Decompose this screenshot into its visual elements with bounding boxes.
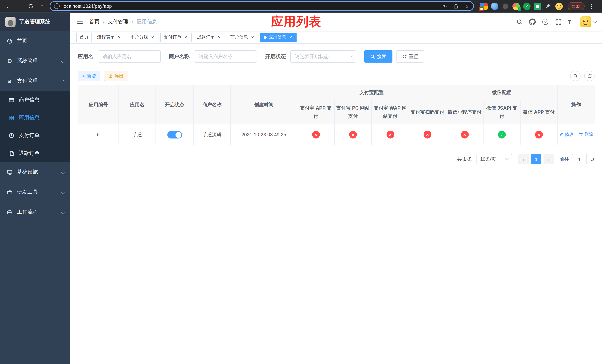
col-header-alipay-qr: 支付宝扫码支付 — [409, 100, 446, 124]
search-button[interactable]: 搜索 — [364, 50, 392, 63]
toggle-search-button[interactable] — [570, 71, 580, 81]
bookmark-star-icon[interactable]: ☆ — [463, 2, 471, 10]
extension-icon-green-square[interactable] — [534, 2, 541, 10]
merchant-name-label: 商户名称 — [169, 53, 190, 60]
edit-button[interactable]: 修改 — [559, 131, 573, 138]
table-row: 6 芋道 芋道源码 2021-10-23 08:49:25 × × × × × — [78, 124, 595, 145]
add-button[interactable]: + 新增 — [78, 71, 100, 81]
tab-close-icon[interactable]: × — [150, 35, 155, 40]
status-toggle[interactable] — [167, 131, 182, 138]
refresh-icon — [402, 54, 407, 59]
prev-page-button[interactable]: ‹ — [518, 154, 529, 164]
app-logo[interactable]: 芋道管理系统 — [0, 13, 70, 31]
col-group-alipay: 支付宝配置 — [297, 85, 446, 100]
breadcrumb-home[interactable]: 首页 — [89, 19, 100, 25]
tab-close-icon[interactable]: × — [216, 35, 222, 40]
extension-badge: 1 — [518, 7, 521, 11]
tab-2[interactable]: 流程表单× — [94, 32, 125, 42]
cell-alipay-qr-config: × — [409, 124, 446, 145]
toolbox-icon — [6, 189, 13, 195]
browser-refresh-button[interactable] — [26, 1, 36, 11]
merchant-name-input[interactable] — [194, 50, 257, 63]
cell-alipay-pc-config: × — [334, 124, 372, 145]
size-small-glyph: T — [571, 21, 573, 25]
tab-7[interactable]: 应用信息× — [260, 32, 297, 42]
extension-icon-dark[interactable] — [502, 2, 509, 10]
extension-pin-icon[interactable] — [545, 2, 552, 10]
sidebar-item-pay-order[interactable]: 支付订单 — [0, 127, 70, 144]
extension-icon-blue[interactable] — [491, 2, 498, 10]
sidebar-item-infrastructure[interactable]: 基础设施 — [0, 162, 70, 182]
col-header-status: 开启状态 — [156, 85, 194, 124]
sidebar-item-merchant-info[interactable]: 商户信息 — [0, 91, 70, 109]
browser-menu-icon[interactable] — [588, 2, 595, 10]
password-key-icon[interactable] — [441, 2, 449, 10]
sidebar-toggle-icon[interactable] — [76, 18, 84, 26]
export-button[interactable]: 导出 — [104, 71, 128, 81]
browser-home-button[interactable]: ⌂ — [37, 1, 47, 11]
address-bar[interactable]: i localhost:1024/pay/app ☆ — [50, 1, 474, 11]
monitor-icon — [6, 169, 13, 175]
extension-icon-avatar[interactable]: 1 — [512, 2, 520, 10]
browser-back-button[interactable]: ← — [4, 1, 14, 11]
github-icon[interactable] — [529, 18, 536, 26]
next-page-button[interactable]: › — [544, 154, 554, 164]
page-number-1[interactable]: 1 — [531, 154, 541, 164]
tab-label: 首页 — [80, 34, 88, 40]
tab-close-icon[interactable]: × — [117, 35, 122, 40]
breadcrumb-payment[interactable]: 支付管理 — [108, 19, 129, 25]
sidebar-item-refund-order[interactable]: 退款订单 — [0, 144, 70, 162]
tab-close-icon[interactable]: × — [288, 35, 293, 40]
goto-page-input[interactable] — [572, 154, 587, 164]
refresh-table-button[interactable] — [584, 71, 595, 81]
app-table: 应用编号 应用名 开启状态 商户名称 创建时间 支付宝配置 微信配置 操作 支付… — [78, 85, 595, 145]
sidebar-item-devtools[interactable]: 研发工具 — [0, 182, 70, 202]
delete-button[interactable]: 删除 — [579, 131, 593, 138]
extension-icon-check[interactable]: ✓ — [523, 2, 531, 10]
delete-button-label: 删除 — [584, 131, 593, 138]
sidebar-item-label: 系统管理 — [17, 58, 38, 64]
search-icon[interactable] — [516, 18, 523, 26]
site-info-icon[interactable]: i — [54, 3, 60, 9]
search-icon — [573, 74, 578, 78]
payment-submenu: 商户信息 应用信息 支付订单 — [0, 91, 70, 162]
sidebar-item-home[interactable]: 首页 — [0, 31, 70, 51]
sidebar-item-app-info[interactable]: 应用信息 — [0, 109, 70, 127]
tab-4[interactable]: 支付订单× — [160, 32, 192, 42]
app-name-input[interactable] — [98, 50, 161, 63]
user-menu[interactable] — [580, 16, 596, 27]
page-size-select[interactable]: 10条/页 — [476, 154, 512, 164]
tab-label: 应用信息 — [269, 34, 286, 40]
disabled-cross-icon: × — [312, 131, 320, 139]
sidebar-item-payment[interactable]: ¥ 支付管理 — [0, 71, 70, 91]
tags-view: 首页流程表单×用户分组×支付订单×退款订单×商户信息×应用信息× — [70, 31, 602, 44]
screen: ← → ⌂ i localhost:1024/pay/app ☆ 10 1 ✓ — [0, 0, 602, 364]
breadcrumb-separator: / — [103, 19, 104, 25]
browser-forward-button[interactable]: → — [15, 1, 25, 11]
breadcrumb-separator: / — [132, 19, 133, 25]
extensions-row: 10 1 ✓ — [480, 2, 563, 10]
tab-close-icon[interactable]: × — [183, 35, 188, 40]
extension-icon-grid[interactable]: 10 — [480, 2, 488, 10]
sidebar-item-workflow[interactable]: 工作流程 — [0, 202, 70, 222]
tab-5[interactable]: 退款订单× — [194, 32, 225, 42]
active-tab-dot — [264, 36, 267, 39]
tab-1[interactable]: 首页 — [76, 32, 92, 42]
reset-button[interactable]: 重置 — [396, 50, 424, 63]
tab-close-icon[interactable]: × — [250, 35, 255, 40]
sidebar-item-system[interactable]: ⚙ 系统管理 — [0, 51, 70, 71]
help-icon[interactable]: ? — [542, 18, 549, 26]
tab-6[interactable]: 商户信息× — [227, 32, 258, 42]
font-size-icon[interactable]: TT — [568, 19, 573, 25]
chevron-down-icon — [505, 157, 509, 161]
goto-page: 前往 页 — [559, 154, 595, 164]
tab-label: 商户信息 — [230, 34, 248, 40]
tab-label: 流程表单 — [97, 34, 115, 40]
cell-app-id: 6 — [78, 124, 119, 145]
tab-3[interactable]: 用户分组× — [127, 32, 159, 42]
fullscreen-icon[interactable] — [555, 18, 562, 26]
extension-emoji-icon[interactable] — [555, 2, 563, 10]
browser-update-button[interactable]: 更新 — [568, 2, 585, 10]
share-icon[interactable] — [452, 2, 460, 10]
status-select[interactable] — [290, 50, 356, 63]
